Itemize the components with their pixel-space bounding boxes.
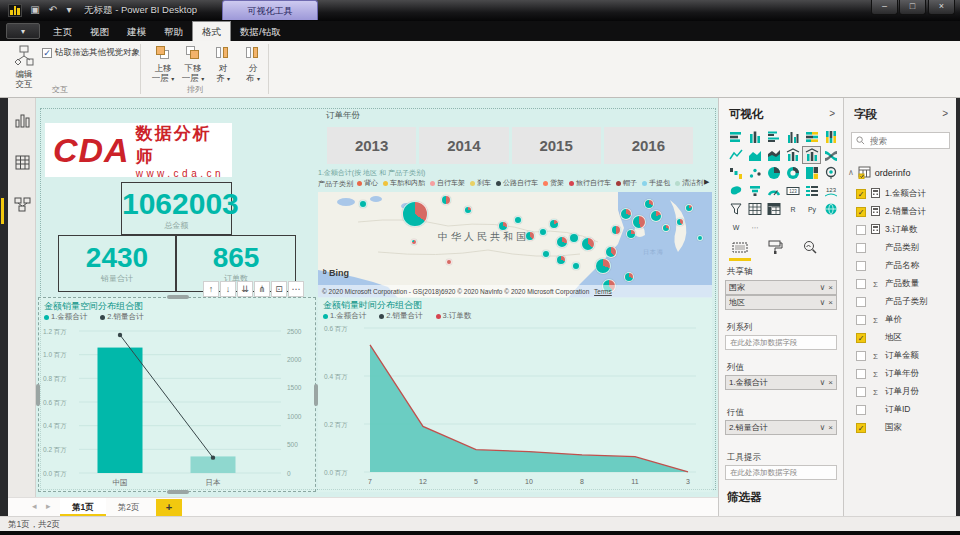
checkbox-icon[interactable] <box>856 351 866 361</box>
pill-dropdown-icon[interactable]: ∨ <box>819 283 825 292</box>
map-pie-bubble[interactable] <box>446 259 452 265</box>
map-pie-bubble[interactable] <box>685 204 693 212</box>
more-options-icon[interactable]: ⋯ <box>288 281 304 297</box>
viz-icon-gauge[interactable] <box>764 182 783 200</box>
map-pie-bubble[interactable] <box>605 246 617 258</box>
map-pie-bubble[interactable] <box>464 206 472 214</box>
prev-page-icon[interactable]: ◂ <box>32 501 37 511</box>
quick-access-dropdown-icon[interactable]: ▾ <box>62 3 76 17</box>
field-row-产品数量[interactable]: Σ产品数量 <box>856 276 956 292</box>
ribbon-tab-格式[interactable]: 格式 <box>192 21 231 41</box>
map-pie-bubble[interactable] <box>650 210 662 222</box>
map-pie-bubble[interactable] <box>542 250 550 258</box>
report-view-button[interactable] <box>14 112 31 129</box>
checkbox-icon[interactable] <box>856 315 866 325</box>
slicer-option-2013[interactable]: 2013 <box>327 127 416 164</box>
field-row-订单金额[interactable]: Σ订单金额 <box>856 348 956 364</box>
viz-icon-funnel[interactable] <box>745 182 764 200</box>
kpi-card-total-amount[interactable]: 1062003 总金额 <box>121 182 232 235</box>
field-pill-地区[interactable]: 地区∨× <box>725 295 837 310</box>
viz-icon-100-stacked-column-chart[interactable] <box>821 128 840 146</box>
map-pie-bubble[interactable] <box>359 200 367 208</box>
format-tab[interactable] <box>764 240 786 261</box>
map-visual[interactable]: 1.金额合计(按 地区 和 产品子类别) 产品子类别背心车胎和内胎自行车架刹车公… <box>318 168 712 298</box>
combo-chart-time[interactable]: 金额销量时间分布组合图 1.金额合计2.销量合计3.订单数 0.6 百万0.4 … <box>318 297 712 492</box>
viz-icon-stacked-area-chart[interactable] <box>764 146 783 164</box>
field-row-国家[interactable]: ✓国家 <box>856 420 956 436</box>
field-row-产品类别[interactable]: 产品类别 <box>856 240 956 256</box>
viz-icon-line-and-clustered-column-chart[interactable] <box>802 146 821 164</box>
pill-dropdown-icon[interactable]: ∨ <box>819 298 825 307</box>
arrange-button-distribute[interactable]: 分布 ▾ <box>238 45 268 84</box>
checkbox-checked-icon[interactable]: ✓ <box>856 333 866 343</box>
viz-icon-waterfall-chart[interactable] <box>726 164 745 182</box>
collapse-caret-icon[interactable]: ∧ <box>848 168 854 177</box>
drag-grip-bottom[interactable] <box>167 490 189 494</box>
legend-item-刹车[interactable]: 刹车 <box>470 178 491 188</box>
viz-icon-kpi[interactable]: 123 <box>821 182 840 200</box>
pill-remove-icon[interactable]: × <box>828 378 833 387</box>
map-pie-bubble[interactable] <box>441 195 451 205</box>
viz-icon-stacked-bar-chart[interactable] <box>726 128 745 146</box>
fields-tab[interactable] <box>729 240 751 261</box>
checkbox-icon[interactable] <box>856 297 866 307</box>
pill-dropdown-icon[interactable]: ∨ <box>819 423 825 432</box>
checkbox-checked-icon[interactable]: ✓ <box>856 423 866 433</box>
map-pie-bubble[interactable] <box>611 225 621 235</box>
page-tab-第1页[interactable]: 第1页 <box>60 498 106 517</box>
field-row-1.金额合计[interactable]: ✓1.金额合计 <box>856 186 956 202</box>
empty-well[interactable]: 在此处添加数据字段 <box>725 465 837 480</box>
viz-icon-100-stacked-bar-chart[interactable] <box>802 128 821 146</box>
drill-filter-checkbox-row[interactable]: ✓ 钻取筛选其他视觉对象 <box>42 47 140 59</box>
field-row-单价[interactable]: Σ单价 <box>856 312 956 328</box>
file-menu-button[interactable]: ▾ <box>6 23 40 39</box>
search-input[interactable] <box>868 135 938 147</box>
legend-item-货架[interactable]: 货架 <box>543 178 564 188</box>
field-pill-国家[interactable]: 国家∨× <box>725 280 837 295</box>
legend-item-背心[interactable]: 背心 <box>357 178 378 188</box>
viz-icon-word-visual[interactable]: W <box>726 218 745 236</box>
checkbox-icon[interactable] <box>856 261 866 271</box>
viz-icon-card[interactable]: 123 <box>783 182 802 200</box>
legend-item-自行车架[interactable]: 自行车架 <box>430 178 465 188</box>
legend-item-帽子[interactable]: 帽子 <box>616 178 637 188</box>
map-pie-bubble[interactable] <box>624 272 634 282</box>
legend-item-公路自行车[interactable]: 公路自行车 <box>496 178 538 188</box>
map-pie-bubble[interactable] <box>620 208 632 220</box>
viz-icon-r-script-visual[interactable]: R <box>783 200 802 218</box>
go-to-next-level-icon[interactable]: ⇊ <box>237 281 253 297</box>
maximize-button[interactable]: □ <box>899 0 926 15</box>
drag-grip-left[interactable] <box>36 384 40 406</box>
map-pie-bubble[interactable] <box>556 236 568 248</box>
viz-icon-scatter-chart[interactable] <box>745 164 764 182</box>
map-pie-bubble[interactable] <box>595 258 611 274</box>
pill-dropdown-icon[interactable]: ∨ <box>819 378 825 387</box>
map-pie-bubble[interactable] <box>572 262 580 270</box>
report-canvas[interactable]: CDA 数据分析师 www.cda.cn 1062003 总金额 2430 销量… <box>36 98 718 497</box>
empty-well[interactable]: 在此处添加数据字段 <box>725 335 837 350</box>
model-view-button[interactable] <box>14 196 31 213</box>
viz-icon-pie-chart[interactable] <box>764 164 783 182</box>
viz-icon-area-chart[interactable] <box>745 146 764 164</box>
legend-item-手提包[interactable]: 手提包 <box>642 178 670 188</box>
ribbon-tab-视图[interactable]: 视图 <box>81 22 118 42</box>
viz-icon-donut-chart[interactable] <box>783 164 802 182</box>
map-pie-bubble[interactable] <box>581 237 595 251</box>
field-row-地区[interactable]: ✓地区 <box>856 330 956 346</box>
map-pie-bubble[interactable] <box>402 201 428 227</box>
field-row-3.订单数[interactable]: 3.订单数 <box>856 222 956 238</box>
minimize-button[interactable]: – <box>871 0 898 15</box>
arrange-button-send-backward[interactable]: 下移一层 ▾ <box>178 45 208 84</box>
field-row-2.销量合计[interactable]: ✓2.销量合计 <box>856 204 956 220</box>
viz-icon-multi-row-card[interactable] <box>802 182 821 200</box>
viz-icon-arcgis-map[interactable] <box>821 200 840 218</box>
checkbox-icon[interactable] <box>856 369 866 379</box>
ribbon-tab-帮助[interactable]: 帮助 <box>155 22 192 42</box>
slicer-option-2014[interactable]: 2014 <box>419 127 508 164</box>
field-row-订单月份[interactable]: Σ订单月份 <box>856 384 956 400</box>
map-pie-bubble[interactable] <box>662 224 670 232</box>
checkbox-icon[interactable] <box>856 387 866 397</box>
field-search-box[interactable] <box>851 132 950 149</box>
map-pie-bubble[interactable] <box>644 199 654 209</box>
viz-icon-slicer[interactable] <box>726 200 745 218</box>
